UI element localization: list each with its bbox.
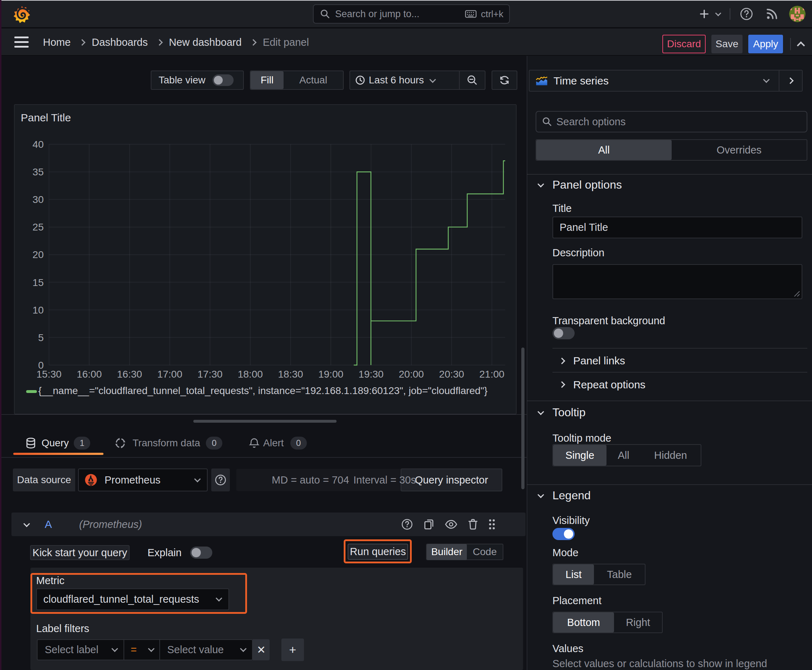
svg-text:20:30: 20:30 — [439, 369, 464, 380]
svg-text:18:00: 18:00 — [238, 369, 263, 380]
svg-text:25: 25 — [32, 222, 44, 233]
svg-text:17:00: 17:00 — [157, 369, 182, 380]
svg-text:16:30: 16:30 — [117, 369, 142, 380]
svg-text:20:00: 20:00 — [399, 369, 424, 380]
svg-text:35: 35 — [32, 166, 44, 178]
svg-text:19:30: 19:30 — [358, 369, 383, 380]
svg-text:30: 30 — [32, 194, 44, 205]
svg-text:20: 20 — [32, 249, 44, 260]
svg-text:40: 40 — [32, 139, 44, 150]
svg-text:17:30: 17:30 — [198, 369, 223, 380]
svg-text:0: 0 — [38, 360, 44, 371]
svg-text:10: 10 — [32, 305, 44, 316]
svg-text:16:00: 16:00 — [76, 369, 102, 380]
svg-text:21:00: 21:00 — [480, 369, 504, 380]
svg-text:18:30: 18:30 — [278, 369, 303, 380]
svg-text:15: 15 — [32, 277, 44, 288]
svg-text:19:00: 19:00 — [318, 369, 343, 380]
svg-text:5: 5 — [38, 332, 44, 343]
